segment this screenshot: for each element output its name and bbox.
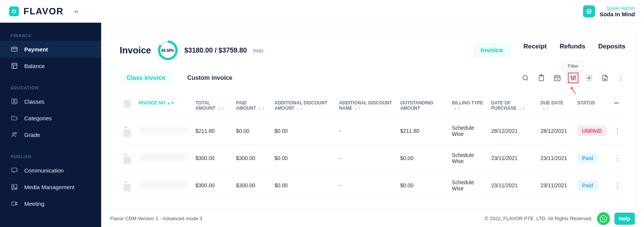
user-block[interactable]: Super Admin Soda In Mind xyxy=(583,5,635,17)
sidebar-item-label: Classes xyxy=(24,98,44,105)
invoice-number-blurred xyxy=(139,127,188,134)
sidebar-item-balance[interactable]: Balance xyxy=(0,58,101,74)
col-invoice-no[interactable]: INVOICE NO▲▼ xyxy=(135,94,192,117)
sidebar-item-payment[interactable]: Payment xyxy=(0,41,101,58)
col-total[interactable]: TOTAL AMOUNT▲▼ xyxy=(192,94,232,117)
calendar-add-icon[interactable] xyxy=(553,73,562,82)
sidebar-section-education: EDUCATION xyxy=(0,82,101,93)
table-row: ⌄ $300.00 $300.00 $0.00 - $0.00 Schedule… xyxy=(120,172,625,199)
clipboard-icon[interactable] xyxy=(537,73,546,82)
col-add-disc-amt[interactable]: ADDITIONAL DISCOUNT AMOUNT▲▼ xyxy=(270,94,335,117)
sidebar-item-media[interactable]: Media Management xyxy=(0,179,101,195)
sidebar-item-communication[interactable]: Communication xyxy=(0,162,101,179)
logo-block: FLAVOR ‹‹ xyxy=(9,6,78,17)
sidebar-section-publish: PUBLISH xyxy=(0,151,101,162)
sidebar-item-label: Meeting xyxy=(24,201,44,207)
row-checkbox[interactable] xyxy=(123,157,131,164)
gear-icon[interactable] xyxy=(585,73,594,82)
cell-billing: Schedule Wise xyxy=(448,172,488,199)
user-role: Super Admin xyxy=(600,5,635,11)
sort-icon: ▲▼ xyxy=(217,106,225,110)
export-icon[interactable] xyxy=(600,73,610,82)
tab-deposits[interactable]: Deposits xyxy=(598,43,625,58)
svg-rect-7 xyxy=(12,168,17,172)
expand-icon[interactable]: ⌄ xyxy=(123,178,128,184)
svg-point-9 xyxy=(13,185,14,187)
col-more: ••• xyxy=(610,94,625,117)
invoice-card: Invoice 84.58% $3180.00 / $3759.80 PAID … xyxy=(110,32,635,218)
sidebar-item-label: Balance xyxy=(24,63,45,69)
sort-icon: ▲▼ xyxy=(296,106,303,110)
more-icon[interactable]: ⋮ xyxy=(616,73,625,82)
help-button[interactable]: Help xyxy=(614,213,635,225)
invoice-number-blurred xyxy=(139,181,188,188)
tab-invoice[interactable]: Invoice xyxy=(473,43,511,58)
top-bar: FLAVOR ‹‹ Super Admin Soda In Mind xyxy=(0,0,644,23)
sidebar-item-grade[interactable]: Grade xyxy=(0,126,101,143)
svg-point-5 xyxy=(13,133,15,135)
svg-point-6 xyxy=(15,132,17,134)
cell-add-disc-amt: $0.00 xyxy=(270,145,335,172)
sort-icon: ▲▼ xyxy=(354,106,361,110)
invoice-number-blurred xyxy=(139,154,188,161)
col-billing[interactable]: BILLING TYPE▲▼ xyxy=(448,94,488,117)
cell-billing: Schedule Wise xyxy=(448,145,488,172)
tab-class-invoice[interactable]: Class invoice xyxy=(120,71,172,85)
row-checkbox[interactable] xyxy=(123,184,131,191)
cell-total: $211.80 xyxy=(192,117,232,145)
expand-icon[interactable]: ⌄ xyxy=(123,151,128,157)
sort-icon: ▲▼ xyxy=(167,101,175,105)
cell-dop: 23/11/2021 xyxy=(488,172,537,199)
col-add-disc-name[interactable]: ADDITIONAL DISCOUNT NAME▲▼ xyxy=(335,94,397,117)
cell-add-disc-amt: $0.00 xyxy=(270,117,335,145)
cell-outstanding: $0.00 xyxy=(396,172,448,199)
table-row: ⌄ $300.00 $300.00 $0.00 - $0.00 Schedule… xyxy=(120,145,625,172)
people-icon xyxy=(11,131,18,138)
footer: Flavor CRM Version 1 - Advanced mode 3 ©… xyxy=(101,210,644,227)
search-icon[interactable] xyxy=(521,73,530,82)
sidebar-item-classes[interactable]: Classes xyxy=(0,93,101,110)
amount-total: $3759.80 xyxy=(219,47,247,54)
col-paid[interactable]: PAID AMOUNT▲▼ xyxy=(232,94,270,117)
sub-header: Class invoice Custom invoice Filter ↑ ⋮ xyxy=(120,71,625,85)
tab-custom-invoice[interactable]: Custom invoice xyxy=(180,71,239,85)
cell-add-disc-amt: $0.00 xyxy=(270,172,335,199)
svg-point-15 xyxy=(571,76,572,78)
svg-point-11 xyxy=(523,75,527,80)
tab-receipt[interactable]: Receipt xyxy=(524,43,547,58)
sidebar-item-label: Communication xyxy=(24,167,64,174)
col-status[interactable]: STATUS xyxy=(574,94,610,117)
row-menu-icon[interactable]: ⋮ xyxy=(614,127,621,135)
user-name: Soda In Mind xyxy=(600,11,635,17)
tab-refunds[interactable]: Refunds xyxy=(560,43,585,58)
top-tabs: Invoice Receipt Refunds Deposits xyxy=(473,43,625,58)
select-all-checkbox[interactable] xyxy=(123,100,131,108)
chat-icon xyxy=(11,166,18,174)
amount-summary: $3180.00 / $3759.80 PAID xyxy=(184,47,264,54)
row-checkbox[interactable] xyxy=(123,129,131,137)
cell-due: 23/11/2021 xyxy=(537,172,574,199)
video-icon xyxy=(11,200,18,207)
table-row: ⌄ $211.80 $0.00 $0.00 - $211.80 Schedule… xyxy=(120,117,625,145)
image-icon xyxy=(11,183,18,191)
toolbar-icons: Filter ↑ ⋮ xyxy=(521,73,625,82)
sidebar-item-categories[interactable]: Categories xyxy=(0,110,101,126)
sort-icon: ▲▼ xyxy=(542,106,550,110)
sidebar-item-label: Grade xyxy=(24,132,40,138)
col-due[interactable]: DUE DATE▲▼ xyxy=(537,94,574,117)
svg-point-2 xyxy=(588,11,590,12)
col-dop[interactable]: DATE OF PURCHASE▲▼ xyxy=(488,94,537,117)
sort-icon: ▲▼ xyxy=(453,106,461,110)
col-outstanding[interactable]: OUTSTANDING AMOUNT xyxy=(396,94,448,117)
sidebar-collapse-icon[interactable]: ‹‹ xyxy=(74,8,78,15)
row-menu-icon[interactable]: ⋮ xyxy=(614,154,621,162)
row-menu-icon[interactable]: ⋮ xyxy=(614,182,621,189)
expand-icon[interactable]: ⌄ xyxy=(123,123,128,129)
filter-icon[interactable]: Filter ↑ xyxy=(569,73,578,82)
sidebar-item-meeting[interactable]: Meeting xyxy=(0,195,101,212)
whatsapp-icon[interactable] xyxy=(597,212,610,225)
cell-dop: 23/11/2021 xyxy=(488,145,537,172)
layout-icon xyxy=(11,62,18,70)
cell-outstanding: $211.80 xyxy=(396,117,448,145)
status-badge: Paid xyxy=(577,153,598,163)
